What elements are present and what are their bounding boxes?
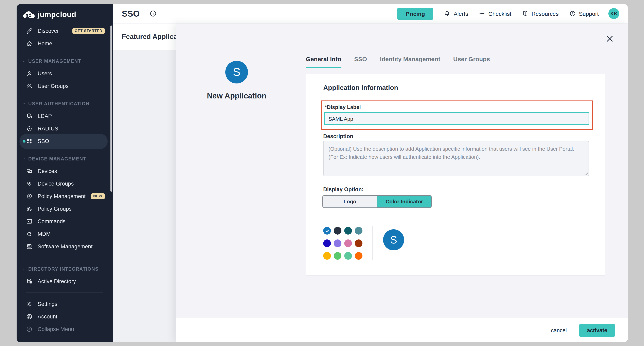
- chevron-down-icon: [22, 102, 26, 106]
- display-option-color-indicator[interactable]: Color Indicator: [377, 196, 431, 208]
- display-label-input[interactable]: [324, 112, 590, 125]
- pricing-button[interactable]: Pricing: [397, 8, 434, 20]
- section-header-label: USER MANAGEMENT: [28, 59, 81, 64]
- checklist-icon: [478, 10, 486, 17]
- application-information-title: Application Information: [323, 84, 398, 92]
- book-icon: [522, 10, 529, 17]
- tab-identity-management[interactable]: Identity Management: [380, 56, 440, 68]
- sidebar-item-label: Home: [38, 41, 52, 47]
- color-swatch-1a0bc0[interactable]: [323, 239, 331, 247]
- section-header-label: DIRECTORY INTEGRATIONS: [28, 267, 98, 271]
- sidebar-item-commands[interactable]: Commands: [16, 215, 113, 228]
- header-action-alerts[interactable]: Alerts: [444, 10, 468, 17]
- tab-user-groups[interactable]: User Groups: [453, 56, 490, 68]
- header-action-checklist[interactable]: Checklist: [478, 10, 511, 17]
- sidebar-item-label: Discover: [38, 28, 59, 34]
- info-icon[interactable]: [150, 10, 157, 18]
- sidebar-section-user-management[interactable]: USER MANAGEMENT: [16, 55, 113, 67]
- sidebar-section-user-authentication[interactable]: USER AUTHENTICATION: [16, 98, 113, 110]
- sidebar-item-user-groups[interactable]: User Groups: [16, 80, 113, 92]
- sidebar-item-settings[interactable]: Settings: [16, 298, 113, 310]
- cancel-button[interactable]: cancel: [551, 327, 567, 333]
- display-option-logo[interactable]: Logo: [323, 196, 377, 208]
- color-swatch-28313f[interactable]: [334, 227, 342, 235]
- color-swatch-fcb402[interactable]: [323, 252, 331, 260]
- sidebar-item-label: Account: [38, 314, 58, 320]
- logo-wordmark: jumpcloud: [38, 10, 76, 19]
- color-swatch-grid: [323, 227, 362, 260]
- jumpcloud-cloud-icon: [22, 11, 35, 19]
- sidebar-item-software-management[interactable]: Software Management: [16, 240, 113, 253]
- apple-icon: [26, 231, 33, 237]
- sidebar-item-policy-management[interactable]: Policy ManagementNEW: [16, 190, 113, 203]
- color-swatch-4e8e9b[interactable]: [355, 227, 362, 235]
- sidebar-item-devices[interactable]: Devices: [16, 165, 113, 178]
- chevron-down-icon: [22, 59, 26, 63]
- sidebar-item-ldap[interactable]: LDAP: [16, 110, 113, 122]
- tab-sso[interactable]: SSO: [354, 56, 367, 68]
- color-swatch-8c77e7[interactable]: [334, 239, 342, 247]
- color-swatch-9c3307[interactable]: [355, 239, 362, 247]
- chevron-down-icon: [22, 267, 26, 271]
- sidebar-item-label: Settings: [38, 301, 58, 307]
- activate-button[interactable]: activate: [579, 324, 615, 336]
- close-icon[interactable]: [605, 34, 614, 43]
- chevron-down-icon: [22, 157, 26, 161]
- avatar[interactable]: KK: [608, 8, 619, 19]
- account-icon: [26, 313, 33, 320]
- sidebar-item-label: Commands: [38, 218, 66, 225]
- header-action-resources[interactable]: Resources: [522, 10, 559, 17]
- header-actions: PricingAlertsChecklistResourcesSupport: [397, 8, 599, 20]
- active-indicator-dot: [23, 140, 26, 143]
- screen: jumpcloud DiscoverGET STARTEDHomeUSER MA…: [0, 0, 644, 346]
- sidebar-nav: DiscoverGET STARTEDHomeUSER MANAGEMENTUs…: [16, 25, 113, 335]
- modal-footer: cancel activate: [176, 318, 628, 342]
- policy-management-icon: [26, 193, 33, 200]
- sidebar-item-active-directory[interactable]: Active Directory: [16, 275, 113, 288]
- sidebar-item-label: RADIUS: [38, 126, 58, 132]
- sidebar-section-device-management[interactable]: DEVICE MANAGEMENT: [16, 153, 113, 165]
- display-option-label: Display Option:: [323, 186, 364, 193]
- policy-groups-icon: [26, 205, 33, 212]
- sidebar-item-sso[interactable]: SSO: [20, 133, 108, 149]
- section-header-label: USER AUTHENTICATION: [28, 101, 90, 106]
- tab-general-info[interactable]: General Info: [306, 56, 341, 68]
- device-groups-icon: [26, 180, 33, 187]
- user-icon: [26, 70, 33, 77]
- color-swatch-1878bc-selected[interactable]: [323, 227, 331, 235]
- bell-icon: [444, 10, 451, 17]
- sidebar-item-label: Policy Management: [38, 193, 86, 199]
- color-swatch-fc6b04[interactable]: [355, 252, 362, 260]
- sidebar-scrollbar[interactable]: [110, 26, 112, 192]
- header-action-support[interactable]: Support: [569, 10, 599, 17]
- sidebar-item-mdm[interactable]: MDM: [16, 228, 113, 240]
- sidebar-item-collapse-menu[interactable]: Collapse Menu: [16, 323, 113, 335]
- sidebar-item-users[interactable]: Users: [16, 67, 113, 80]
- jumpcloud-logo[interactable]: jumpcloud: [16, 4, 113, 23]
- sidebar-item-account[interactable]: Account: [16, 310, 113, 323]
- header-action-label: Support: [579, 10, 599, 17]
- sidebar-item-policy-groups[interactable]: Policy Groups: [16, 203, 113, 215]
- sidebar-item-label: Policy Groups: [38, 206, 72, 212]
- sidebar-item-home[interactable]: Home: [16, 37, 113, 50]
- sidebar-item-label: Devices: [38, 168, 57, 174]
- badge-get-started: GET STARTED: [72, 28, 105, 34]
- color-swatch-5ac96b[interactable]: [334, 252, 342, 260]
- sidebar-item-device-groups[interactable]: Device Groups: [16, 178, 113, 190]
- section-header-label: DEVICE MANAGEMENT: [28, 156, 86, 161]
- sidebar-item-label: MDM: [38, 231, 51, 237]
- sidebar-item-radius[interactable]: RADIUS: [16, 122, 113, 135]
- top-header: SSO PricingAlertsChecklistResourcesSuppo…: [113, 4, 628, 24]
- swatch-preview-divider: [372, 226, 372, 260]
- color-swatch-0c5d68[interactable]: [344, 227, 352, 235]
- color-indicator-preview: S: [383, 229, 404, 250]
- color-swatch-5cc99c[interactable]: [344, 252, 352, 260]
- description-textarea[interactable]: [323, 141, 589, 176]
- sidebar-item-discover[interactable]: DiscoverGET STARTED: [16, 25, 113, 37]
- home-icon: [26, 40, 33, 47]
- sidebar-item-label: LDAP: [38, 113, 52, 119]
- color-swatch-d778a9[interactable]: [344, 239, 352, 247]
- sidebar-item-label: Active Directory: [38, 278, 76, 284]
- sidebar-item-label: User Groups: [38, 83, 68, 89]
- sidebar-section-directory-integrations[interactable]: DIRECTORY INTEGRATIONS: [16, 263, 113, 275]
